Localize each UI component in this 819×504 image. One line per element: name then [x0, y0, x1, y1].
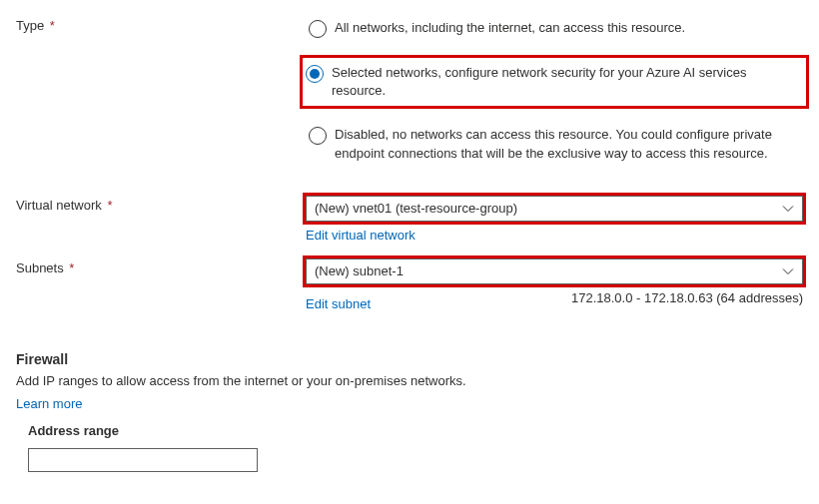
- subnets-dropdown-value: (New) subnet-1: [315, 263, 404, 278]
- edit-vnet-link[interactable]: Edit virtual network: [306, 228, 415, 243]
- radio-icon: [309, 127, 327, 145]
- type-options: All networks, including the internet, ca…: [306, 16, 803, 180]
- required-mark: *: [107, 198, 112, 213]
- address-range-label: Address range: [28, 423, 803, 438]
- firewall-title: Firewall: [16, 351, 803, 367]
- vnet-label: Virtual network *: [16, 196, 306, 213]
- learn-more-link[interactable]: Learn more: [16, 396, 82, 411]
- radio-all-label: All networks, including the internet, ca…: [335, 19, 685, 37]
- firewall-desc: Add IP ranges to allow access from the i…: [16, 373, 803, 388]
- edit-subnet-link[interactable]: Edit subnet: [306, 296, 371, 311]
- vnet-dropdown-value: (New) vnet01 (test-resource-group): [315, 201, 517, 216]
- subnets-label-text: Subnets: [16, 260, 64, 275]
- type-label: Type *: [16, 16, 306, 33]
- subnet-range: 172.18.0.0 - 172.18.0.63 (64 addresses): [571, 290, 803, 311]
- vnet-dropdown[interactable]: (New) vnet01 (test-resource-group): [306, 196, 803, 222]
- radio-icon: [309, 20, 327, 38]
- address-range-input[interactable]: [28, 448, 258, 472]
- chevron-down-icon: [782, 265, 794, 277]
- vnet-label-text: Virtual network: [16, 198, 102, 213]
- required-mark: *: [50, 18, 55, 33]
- subnets-label: Subnets *: [16, 258, 306, 275]
- radio-disabled-label: Disabled, no networks can access this re…: [335, 126, 800, 162]
- radio-disabled[interactable]: Disabled, no networks can access this re…: [306, 123, 803, 165]
- radio-selected-label: Selected networks, configure network sec…: [332, 64, 803, 100]
- radio-icon: [306, 65, 324, 83]
- required-mark: *: [69, 260, 74, 275]
- type-label-text: Type: [16, 18, 44, 33]
- radio-all-networks[interactable]: All networks, including the internet, ca…: [306, 16, 803, 41]
- subnets-dropdown[interactable]: (New) subnet-1: [306, 258, 803, 284]
- radio-selected-networks[interactable]: Selected networks, configure network sec…: [300, 55, 809, 109]
- chevron-down-icon: [782, 203, 794, 215]
